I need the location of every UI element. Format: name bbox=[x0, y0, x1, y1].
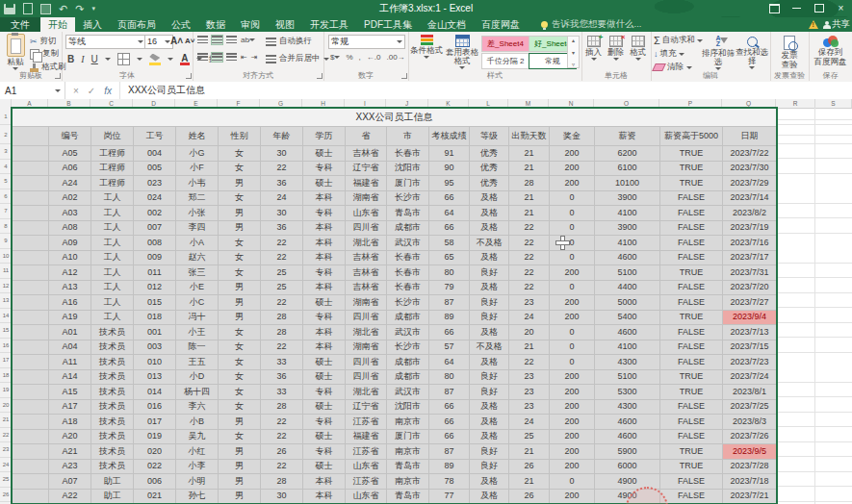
warning-icon[interactable] bbox=[809, 20, 818, 29]
cell[interactable]: 87 bbox=[429, 444, 470, 460]
cell[interactable]: 及格 bbox=[470, 325, 509, 340]
cell[interactable]: 及格 bbox=[470, 355, 509, 370]
row-header-22[interactable]: 22 bbox=[0, 428, 12, 443]
enter-icon[interactable]: ✓ bbox=[88, 86, 95, 96]
row-header-4[interactable]: 4 bbox=[0, 160, 12, 175]
style-gallery-scroll[interactable]: ▴▾▿ bbox=[567, 36, 580, 68]
cell[interactable]: 成都市 bbox=[387, 310, 429, 325]
cell[interactable]: 013 bbox=[134, 369, 176, 385]
cell[interactable]: 专科 bbox=[303, 206, 346, 221]
tab-文件[interactable]: 文件 bbox=[0, 17, 40, 32]
cell[interactable]: 本科 bbox=[303, 250, 346, 265]
align-center-icon[interactable] bbox=[212, 53, 222, 62]
cell[interactable]: A11 bbox=[49, 355, 91, 370]
column-header-C[interactable]: C bbox=[90, 99, 133, 108]
cell[interactable]: 李四 bbox=[176, 220, 219, 236]
cell[interactable]: 26 bbox=[509, 489, 550, 504]
cell[interactable]: 长沙市 bbox=[387, 190, 429, 206]
cell[interactable]: 及格 bbox=[470, 474, 509, 490]
column-header-E[interactable]: E bbox=[175, 99, 218, 108]
cell[interactable]: 89 bbox=[429, 459, 470, 474]
column-title-工号[interactable]: 工号 bbox=[134, 127, 176, 146]
cell[interactable]: 2023/7/27 bbox=[723, 295, 777, 311]
cell[interactable]: 小B bbox=[176, 415, 219, 430]
tell-me-box[interactable]: 告诉我您想要做什么... bbox=[528, 17, 641, 32]
cell[interactable]: 22 bbox=[509, 220, 550, 236]
cell[interactable]: 青岛市 bbox=[387, 206, 429, 221]
cell[interactable]: 女 bbox=[219, 340, 261, 355]
cell[interactable]: 21 bbox=[509, 474, 550, 490]
cell[interactable]: 23 bbox=[509, 385, 550, 400]
cell[interactable]: 003 bbox=[134, 340, 176, 355]
number-format-select[interactable]: 常规 bbox=[328, 35, 405, 49]
cell[interactable]: 及格 bbox=[470, 206, 509, 221]
row-header-19[interactable]: 19 bbox=[0, 383, 12, 398]
cell[interactable]: 专科 bbox=[303, 161, 346, 176]
cell[interactable]: 200 bbox=[550, 146, 595, 162]
tab-开始[interactable]: 开始 bbox=[40, 17, 75, 32]
cell[interactable]: 技术员 bbox=[91, 325, 134, 340]
tab-审阅[interactable]: 审阅 bbox=[233, 17, 268, 32]
cell[interactable]: 0 bbox=[550, 280, 595, 295]
cell[interactable]: 64 bbox=[429, 206, 470, 221]
row-header-21[interactable]: 21 bbox=[0, 413, 12, 428]
empty-cell[interactable] bbox=[13, 190, 49, 206]
cell[interactable]: 男 bbox=[219, 206, 261, 221]
column-title-年龄[interactable]: 年龄 bbox=[261, 127, 303, 146]
cell[interactable]: 58 bbox=[429, 236, 470, 251]
cell[interactable]: 2023/7/30 bbox=[723, 161, 777, 176]
cell[interactable]: 28 bbox=[261, 474, 303, 490]
cell[interactable]: 良好 bbox=[470, 369, 509, 385]
cell[interactable]: 4600 bbox=[595, 429, 660, 444]
cell[interactable]: 23 bbox=[509, 295, 550, 311]
style-cell-差_Sheet4[interactable]: 差_Sheet4 bbox=[481, 36, 529, 52]
cell[interactable]: 南京市 bbox=[387, 474, 429, 490]
cell[interactable]: 男 bbox=[219, 444, 261, 460]
cell[interactable]: A19 bbox=[49, 310, 91, 325]
save-to-netdisk-button[interactable]: 保存到 百度网盘 bbox=[811, 36, 850, 66]
cell[interactable]: 小E bbox=[176, 280, 219, 295]
cell[interactable]: 24 bbox=[261, 190, 303, 206]
cell[interactable]: FALSE bbox=[660, 355, 723, 370]
cell[interactable]: 小张 bbox=[176, 206, 219, 221]
cell[interactable]: 辽宁省 bbox=[346, 399, 387, 415]
cell[interactable]: 张三 bbox=[176, 265, 219, 281]
maximize-button[interactable] bbox=[808, 0, 830, 16]
cell[interactable]: 孙七 bbox=[176, 489, 219, 504]
cell[interactable]: TRUE bbox=[660, 161, 723, 176]
cell[interactable]: 4600 bbox=[595, 415, 660, 430]
cell[interactable]: 0 bbox=[550, 355, 595, 370]
cell[interactable]: 女 bbox=[219, 265, 261, 281]
empty-cell[interactable] bbox=[13, 236, 49, 251]
cell[interactable]: 小明 bbox=[176, 474, 219, 490]
column-header-D[interactable]: D bbox=[133, 99, 175, 108]
cell[interactable]: 200 bbox=[550, 415, 595, 430]
cell[interactable]: 020 bbox=[134, 444, 176, 460]
cell[interactable]: 021 bbox=[134, 489, 176, 504]
cell[interactable]: 工程师 bbox=[91, 161, 134, 176]
cell[interactable]: 硕士 bbox=[303, 429, 346, 444]
cell[interactable]: 2023/7/15 bbox=[723, 340, 777, 355]
empty-cell[interactable] bbox=[13, 489, 49, 504]
italic-button[interactable]: I bbox=[81, 54, 84, 64]
cell[interactable]: 200 bbox=[550, 459, 595, 474]
fill-color-caret-icon[interactable] bbox=[168, 58, 173, 61]
cell[interactable]: 30 bbox=[261, 146, 303, 162]
cell[interactable]: 004 bbox=[134, 146, 176, 162]
cell[interactable]: 硕士 bbox=[303, 355, 346, 370]
new-doc-icon[interactable] bbox=[23, 3, 33, 14]
cell[interactable]: 2023/7/19 bbox=[723, 220, 777, 236]
cell[interactable]: A15 bbox=[49, 385, 91, 400]
cell[interactable]: 23 bbox=[509, 369, 550, 385]
cell[interactable]: 专科 bbox=[303, 444, 346, 460]
cell[interactable]: 湖南省 bbox=[346, 295, 387, 311]
cell[interactable]: 男 bbox=[219, 295, 261, 311]
cell[interactable]: 25 bbox=[261, 280, 303, 295]
cell[interactable]: 2023/7/18 bbox=[723, 474, 777, 490]
empty-cell[interactable] bbox=[13, 399, 49, 415]
empty-cell[interactable] bbox=[13, 459, 49, 474]
cell[interactable]: 200 bbox=[550, 489, 595, 504]
column-title-考核成绩[interactable]: 考核成绩 bbox=[429, 127, 470, 146]
cell[interactable]: A03 bbox=[49, 206, 91, 221]
cell[interactable]: 工人 bbox=[91, 236, 134, 251]
